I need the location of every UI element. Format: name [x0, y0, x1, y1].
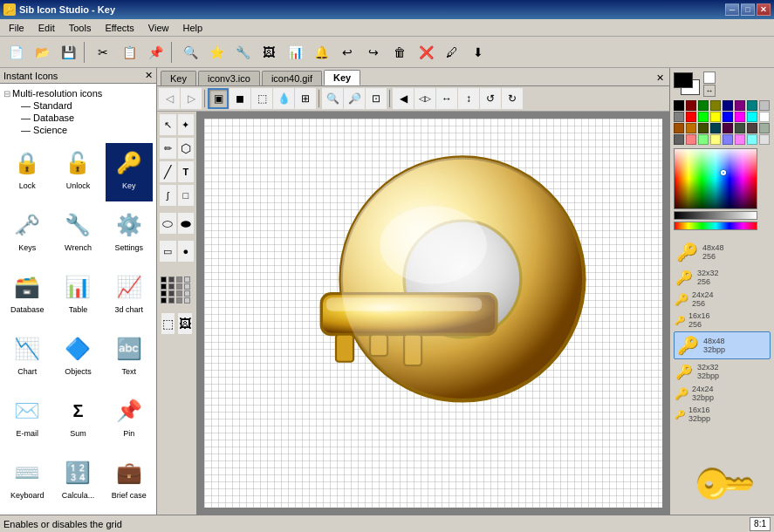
dot-color-15[interactable] — [176, 297, 182, 304]
icon-sum[interactable]: Σ Sum — [54, 391, 101, 449]
palette-lightcyan[interactable] — [747, 134, 757, 145]
flip-h-button[interactable]: ↔ — [436, 88, 457, 109]
size-48x48-256[interactable]: 🔑 48x48256 — [674, 239, 771, 265]
instant-icons-close-button[interactable]: ✕ — [145, 70, 153, 81]
color-picker-hue[interactable] — [674, 148, 757, 209]
text-tool-btn[interactable]: T — [178, 161, 195, 182]
select-tool[interactable]: ↖ — [160, 114, 176, 135]
tab-key-1[interactable]: Key — [161, 71, 196, 85]
dot-color-4[interactable] — [184, 276, 190, 283]
dot-color-6[interactable] — [168, 283, 175, 290]
icon-briefcase[interactable]: 💼 Brief case — [106, 453, 153, 511]
palette-lightblue[interactable] — [723, 134, 733, 145]
icon-objects[interactable]: 🔷 Objects — [54, 329, 101, 387]
fill-rect-tool[interactable]: ▭ — [160, 241, 176, 262]
icon-keyboard[interactable]: ⌨️ Keyboard — [3, 453, 51, 511]
tree-child-standard[interactable]: — Standard — [21, 99, 153, 112]
tb-btn-9[interactable]: 🗑 — [387, 40, 412, 65]
rotate-cw-button[interactable]: ↻ — [502, 88, 523, 109]
copy-button[interactable]: 📋 — [117, 40, 141, 65]
tb-btn-4[interactable]: 🖼 — [257, 40, 281, 65]
palette-magenta[interactable] — [735, 112, 745, 122]
menu-edit[interactable]: Edit — [31, 21, 62, 35]
tab-icon40[interactable]: icon40.gif — [262, 71, 322, 85]
dot-color-10[interactable] — [168, 290, 175, 297]
minimize-button[interactable]: ─ — [725, 3, 739, 16]
flip-v-button[interactable]: ↕ — [458, 88, 479, 109]
size-24x24-256[interactable]: 🔑 24x24256 — [674, 290, 771, 309]
tree-child-database[interactable]: — Database — [21, 112, 153, 124]
palette-darkolive[interactable] — [698, 123, 709, 133]
fill-button[interactable]: 💧 — [273, 88, 294, 109]
tb-btn-5[interactable]: 📊 — [283, 40, 307, 65]
icon-3dchart[interactable]: 📈 3d chart — [106, 267, 153, 325]
palette-darkred[interactable] — [686, 100, 696, 111]
palette-purple[interactable] — [735, 100, 745, 111]
grid-button[interactable]: ⊞ — [295, 88, 316, 109]
tb-btn-10[interactable]: ❌ — [414, 40, 438, 65]
icon-wrench[interactable]: 🔧 Wrench — [54, 205, 101, 263]
palette-darkpurple[interactable] — [723, 123, 733, 133]
cut-button[interactable]: ✂ — [91, 40, 115, 65]
tb-btn-6[interactable]: 🔔 — [309, 40, 333, 65]
palette-white[interactable] — [759, 112, 770, 122]
palette-silver[interactable] — [759, 100, 770, 111]
key-canvas-svg[interactable] — [204, 119, 662, 508]
fill-oval-tool[interactable]: ⬬ — [178, 213, 195, 234]
size-24x24-32bpp[interactable]: 🔑 24x2432bpp — [674, 384, 771, 403]
tree-root[interactable]: ⊟ Multi-resolution icons — [3, 87, 153, 99]
fg-color-preview[interactable] — [674, 72, 693, 88]
palette-darkblue[interactable] — [723, 100, 733, 111]
dot-color-5[interactable] — [161, 283, 167, 290]
close-all-tabs-button[interactable]: ✕ — [654, 71, 666, 85]
tb-btn-11[interactable]: 🖊 — [440, 40, 464, 65]
palette-brownish[interactable] — [747, 123, 757, 133]
zoom-fit-button[interactable]: ⊡ — [366, 88, 387, 109]
dot-color-14[interactable] — [168, 297, 175, 304]
move-right-button[interactable]: ◁▷ — [414, 88, 435, 109]
palette-red[interactable] — [686, 112, 696, 122]
hue-bar[interactable] — [674, 222, 757, 230]
menu-tools[interactable]: Tools — [62, 21, 99, 35]
palette-blue[interactable] — [723, 112, 733, 122]
line-tool[interactable]: ╱ — [160, 161, 176, 182]
tb-btn-8[interactable]: ↪ — [361, 40, 386, 65]
palette-gainsboro[interactable] — [759, 134, 770, 145]
icon-email[interactable]: ✉️ E-mail — [3, 391, 51, 449]
palette-yellow[interactable] — [710, 112, 721, 122]
tb-btn-7[interactable]: ↩ — [335, 40, 360, 65]
icon-pin[interactable]: 📌 Pin — [106, 391, 153, 449]
zoom-out-button[interactable]: 🔍 — [322, 88, 343, 109]
palette-lightyellow[interactable] — [710, 134, 721, 145]
palette-gray[interactable] — [674, 112, 684, 122]
palette-lightred[interactable] — [686, 134, 696, 145]
palette-black[interactable] — [674, 100, 684, 111]
palette-darkorange[interactable] — [686, 123, 696, 133]
size-16x16-256[interactable]: 🔑 16x16256 — [674, 310, 771, 330]
palette-lightmagenta[interactable] — [735, 134, 745, 145]
rotate-ccw-button[interactable]: ↺ — [480, 88, 501, 109]
rect-tool[interactable]: □ — [178, 185, 195, 206]
icon-lock[interactable]: 🔒 Lock — [3, 143, 51, 201]
palette-lime[interactable] — [698, 112, 709, 122]
palette-dimgray[interactable] — [674, 134, 684, 145]
oval-tool[interactable]: ⬭ — [160, 213, 176, 234]
zoom-in-button[interactable]: 🔎 — [344, 88, 365, 109]
import-tool[interactable]: ⬚ — [161, 313, 175, 334]
icon-key[interactable]: 🔑 Key — [106, 143, 153, 201]
curve-tool[interactable]: ∫ — [160, 185, 176, 206]
palette-cyan[interactable] — [747, 112, 757, 122]
rect-select-button[interactable]: ▣ — [208, 88, 229, 109]
dot-color-1[interactable] — [161, 276, 167, 283]
dot-color-7[interactable] — [176, 283, 182, 290]
move-left-button[interactable]: ◀ — [393, 88, 414, 109]
tb-btn-12[interactable]: ⬇ — [466, 40, 490, 65]
dotted-select-button[interactable]: ⬚ — [251, 88, 272, 109]
menu-file[interactable]: File — [2, 21, 31, 35]
tb-btn-2[interactable]: ⭐ — [204, 40, 229, 65]
tree-child-science[interactable]: — Science — [21, 124, 153, 136]
new-button[interactable]: 📄 — [3, 40, 28, 65]
save-button[interactable]: 💾 — [56, 40, 80, 65]
icon-calc[interactable]: 🔢 Calcula... — [54, 453, 101, 511]
palette-lightgreen[interactable] — [698, 134, 709, 145]
